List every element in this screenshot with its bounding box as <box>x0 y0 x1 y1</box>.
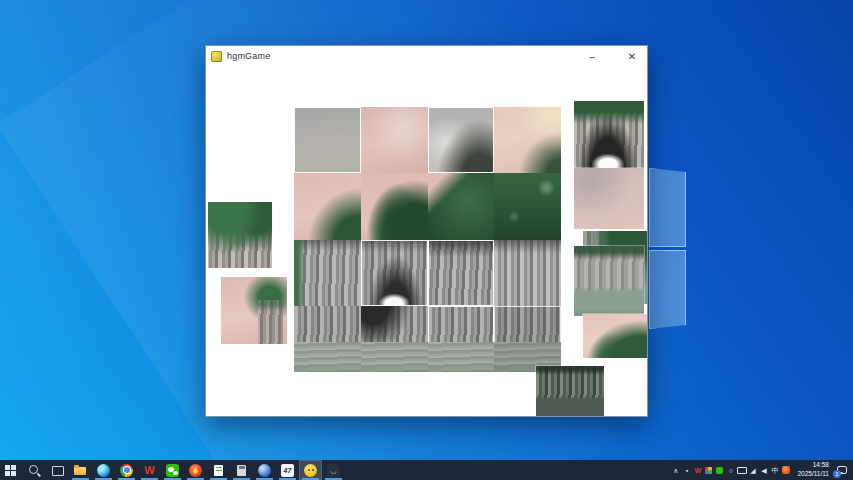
system-tray: ∧▪W○◢◀中 14:58 2025/11/11 1 <box>670 460 853 480</box>
piece-right-cliff-water[interactable] <box>574 246 644 316</box>
ime-icon[interactable]: 中 <box>769 463 780 477</box>
volume-s-icon[interactable]: ◀ <box>758 463 769 477</box>
start-icon <box>5 464 18 477</box>
piece-left-sky-cliffhead[interactable] <box>221 277 287 344</box>
app-icon <box>211 51 222 62</box>
piece-right-arch[interactable] <box>574 101 644 168</box>
start-taskbar-button[interactable] <box>0 460 23 480</box>
board-tile-r3c1[interactable] <box>361 306 428 372</box>
chevron-up-icon[interactable]: ∧ <box>670 463 681 477</box>
board-tile-r0c2-empty-slot[interactable] <box>428 107 495 173</box>
board-tile-r1c2[interactable] <box>428 173 495 239</box>
board-tile-r0c1[interactable] <box>361 107 428 173</box>
board-tile-r2c3[interactable] <box>494 240 561 306</box>
docgreen-taskbar-button[interactable] <box>207 460 230 480</box>
taskbar-clock[interactable]: 14:58 2025/11/11 <box>791 461 833 479</box>
wechat-s-icon[interactable] <box>714 463 725 477</box>
wps-icon: W <box>143 464 156 477</box>
board-tile-r1c3[interactable] <box>494 173 561 239</box>
bluering-icon <box>258 464 271 477</box>
notification-badge: 1 <box>833 470 841 478</box>
board-tile-r1c0[interactable] <box>294 173 361 239</box>
piece-right-sky-trees[interactable] <box>583 314 647 358</box>
network-s-icon[interactable]: ◢ <box>747 463 758 477</box>
capture-taskbar-button[interactable]: 47 <box>276 460 299 480</box>
wallpaper-windows-logo-pane <box>649 168 686 247</box>
search-taskbar-button[interactable] <box>23 460 46 480</box>
photos-s-icon[interactable] <box>703 463 714 477</box>
security-s-icon[interactable] <box>780 463 791 477</box>
piece-right-sky[interactable] <box>574 168 644 229</box>
board-tile-r3c3-empty-slot[interactable] <box>494 306 561 372</box>
board-tile-r3c0[interactable] <box>294 306 361 372</box>
calc-taskbar-button[interactable] <box>230 460 253 480</box>
misc-taskbar-button[interactable]: ◡ <box>322 460 345 480</box>
onedrive-s-icon[interactable]: ○ <box>725 463 736 477</box>
puzzle-board <box>294 107 561 372</box>
game-icon <box>304 464 317 477</box>
game-taskbar-button[interactable] <box>299 460 322 480</box>
clock-time: 14:58 <box>813 461 829 470</box>
taskbar: W47◡ ∧▪W○◢◀中 14:58 2025/11/11 1 <box>0 460 853 480</box>
misc-icon: ◡ <box>327 464 340 477</box>
window-title: hgmGame <box>227 51 270 61</box>
tray-misc-icon[interactable]: ▪ <box>681 463 692 477</box>
board-tile-r1c1[interactable] <box>361 173 428 239</box>
board-tile-r3c2-empty-slot[interactable] <box>428 306 495 372</box>
board-tile-r2c1-empty-slot[interactable] <box>361 240 428 306</box>
wps-s-icon[interactable]: W <box>692 463 703 477</box>
minimize-button[interactable]: – <box>577 46 607 66</box>
board-tile-r2c2-empty-slot[interactable] <box>428 240 495 306</box>
board-tile-r0c0-empty-slot[interactable] <box>294 107 361 173</box>
display-s-icon[interactable] <box>736 463 747 477</box>
edge-icon <box>97 464 110 477</box>
bluering-taskbar-button[interactable] <box>253 460 276 480</box>
clock-date: 2025/11/11 <box>797 470 829 479</box>
wechat-taskbar-button[interactable] <box>161 460 184 480</box>
title-bar[interactable]: hgmGame – ✕ <box>206 46 647 66</box>
folder-icon <box>74 464 87 477</box>
piece-bottom-cliff-water[interactable] <box>536 366 604 416</box>
media-taskbar-button[interactable] <box>184 460 207 480</box>
maximize-button-gap <box>607 46 617 66</box>
folder-taskbar-button[interactable] <box>69 460 92 480</box>
media-icon <box>189 464 202 477</box>
game-window: hgmGame – ✕ <box>205 45 648 417</box>
desktop: hgmGame – ✕ W47◡ ∧▪W○◢◀中 14:58 2025/11/1… <box>0 0 853 480</box>
chrome-icon <box>120 464 133 477</box>
wps-taskbar-button[interactable]: W <box>138 460 161 480</box>
edge-taskbar-button[interactable] <box>92 460 115 480</box>
game-canvas <box>206 66 647 416</box>
notification-center-button[interactable]: 1 <box>833 460 851 480</box>
taskview-taskbar-button[interactable] <box>46 460 69 480</box>
close-button[interactable]: ✕ <box>617 46 647 66</box>
piece-left-cliff-trees[interactable] <box>208 202 272 268</box>
chrome-taskbar-button[interactable] <box>115 460 138 480</box>
board-tile-r0c3[interactable] <box>494 107 561 173</box>
taskview-icon <box>51 464 64 477</box>
capture-icon: 47 <box>281 464 294 477</box>
board-tile-r2c0[interactable] <box>294 240 361 306</box>
calc-icon <box>235 464 248 477</box>
wechat-icon <box>166 464 179 477</box>
docgreen-icon <box>212 464 225 477</box>
wallpaper-windows-logo-pane <box>649 250 686 329</box>
search-icon <box>28 464 41 477</box>
